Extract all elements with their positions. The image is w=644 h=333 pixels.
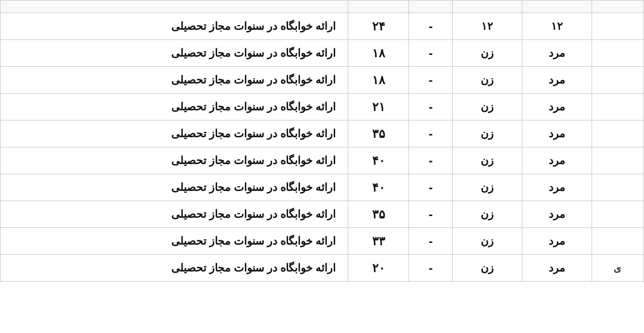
cell-desc-5: ارائه خوابگاه در سنوات مجاز تحصیلی: [1, 121, 348, 147]
table-row: مرد زن - ۳۵ ارائه خوابگاه در سنوات مجاز …: [1, 201, 644, 228]
table-row: ۱۲ ۱۲ - ۲۴ ارائه خوابگاه در سنوات مجاز ت…: [1, 13, 644, 40]
cell-desc-2: ارائه خوابگاه در سنوات مجاز تحصیلی: [1, 40, 348, 67]
cell-desc-10: ارائه خوابگاه در سنوات مجاز تحصیلی: [1, 255, 348, 282]
table-row: مرد زن - ۱۸ ارائه خوابگاه در سنوات مجاز …: [1, 67, 644, 94]
cell-col1-1: ۱۲: [522, 13, 592, 40]
cell-desc-6: ارائه خوابگاه در سنوات مجاز تحصیلی: [1, 147, 348, 174]
cell-col2-8: زن: [453, 201, 522, 228]
table-row: ی مرد زن - ۲۰ ارائه خوابگاه در سنوات مجا…: [1, 255, 644, 282]
cell-right-5: [592, 121, 643, 147]
cell-right-6: [592, 147, 643, 174]
cell-dash-7: -: [409, 174, 453, 201]
cell-right-7: [592, 174, 643, 201]
cell-col2-5: زن: [453, 121, 522, 147]
table-row: مرد زن - ۳۳ ارائه خوابگاه در سنوات مجاز …: [1, 228, 644, 255]
cell-num-8: ۳۵: [348, 201, 409, 228]
cell-num-1: ۲۴: [348, 13, 409, 40]
cell-num-2: ۱۸: [348, 40, 409, 67]
cell-desc-3: ارائه خوابگاه در سنوات مجاز تحصیلی: [1, 67, 348, 94]
cell-right-0: [592, 1, 643, 13]
cell-col2-1: ۱۲: [453, 13, 522, 40]
cell-desc-7: ارائه خوابگاه در سنوات مجاز تحصیلی: [1, 174, 348, 201]
cell-col2-0: [453, 1, 522, 13]
table-row: مرد زن - ۲۱ ارائه خوابگاه در سنوات مجاز …: [1, 94, 644, 121]
cell-right-10: ی: [592, 255, 643, 282]
cell-dash-6: -: [409, 147, 453, 174]
cell-col2-6: زن: [453, 147, 522, 174]
cell-col2-9: زن: [453, 228, 522, 255]
cell-col1-7: مرد: [522, 174, 592, 201]
cell-num-10: ۲۰: [348, 255, 409, 282]
cell-col2-4: زن: [453, 94, 522, 121]
cell-right-1: [592, 13, 643, 40]
cell-desc-1: ارائه خوابگاه در سنوات مجاز تحصیلی: [1, 13, 348, 40]
table-row: مرد زن - ۱۸ ارائه خوابگاه در سنوات مجاز …: [1, 40, 644, 67]
cell-dash-10: -: [409, 255, 453, 282]
cell-col1-10: مرد: [522, 255, 592, 282]
cell-dash-9: -: [409, 228, 453, 255]
cell-dash-2: -: [409, 40, 453, 67]
cell-right-2: [592, 40, 643, 67]
cell-col1-9: مرد: [522, 228, 592, 255]
table-row: [1, 1, 644, 13]
cell-desc-0: [1, 1, 348, 13]
cell-desc-4: ارائه خوابگاه در سنوات مجاز تحصیلی: [1, 94, 348, 121]
cell-dash-1: -: [409, 13, 453, 40]
cell-right-3: [592, 67, 643, 94]
cell-num-0: [348, 1, 409, 13]
cell-col1-3: مرد: [522, 67, 592, 94]
cell-col2-7: زن: [453, 174, 522, 201]
cell-num-4: ۲۱: [348, 94, 409, 121]
cell-col2-3: زن: [453, 67, 522, 94]
cell-col1-4: مرد: [522, 94, 592, 121]
cell-num-3: ۱۸: [348, 67, 409, 94]
main-container: ۱۲ ۱۲ - ۲۴ ارائه خوابگاه در سنوات مجاز ت…: [0, 0, 644, 333]
cell-col2-2: زن: [453, 40, 522, 67]
table-row: مرد زن - ۳۵ ارائه خوابگاه در سنوات مجاز …: [1, 121, 644, 147]
cell-col1-0: [522, 1, 592, 13]
cell-right-4: [592, 94, 643, 121]
cell-desc-8: ارائه خوابگاه در سنوات مجاز تحصیلی: [1, 201, 348, 228]
cell-col1-8: مرد: [522, 201, 592, 228]
cell-num-7: ۴۰: [348, 174, 409, 201]
cell-dash-5: -: [409, 121, 453, 147]
cell-col1-2: مرد: [522, 40, 592, 67]
cell-col1-6: مرد: [522, 147, 592, 174]
cell-col1-5: مرد: [522, 121, 592, 147]
cell-right-9: [592, 228, 643, 255]
table-row: مرد زن - ۴۰ ارائه خوابگاه در سنوات مجاز …: [1, 147, 644, 174]
table-row: مرد زن - ۴۰ ارائه خوابگاه در سنوات مجاز …: [1, 174, 644, 201]
cell-desc-9: ارائه خوابگاه در سنوات مجاز تحصیلی: [1, 228, 348, 255]
cell-num-6: ۴۰: [348, 147, 409, 174]
cell-col2-10: زن: [453, 255, 522, 282]
cell-num-9: ۳۳: [348, 228, 409, 255]
cell-num-5: ۳۵: [348, 121, 409, 147]
cell-dash-8: -: [409, 201, 453, 228]
data-table: ۱۲ ۱۲ - ۲۴ ارائه خوابگاه در سنوات مجاز ت…: [0, 0, 644, 282]
cell-dash-3: -: [409, 67, 453, 94]
cell-dash-4: -: [409, 94, 453, 121]
cell-dash-0: [409, 1, 453, 13]
cell-right-8: [592, 201, 643, 228]
